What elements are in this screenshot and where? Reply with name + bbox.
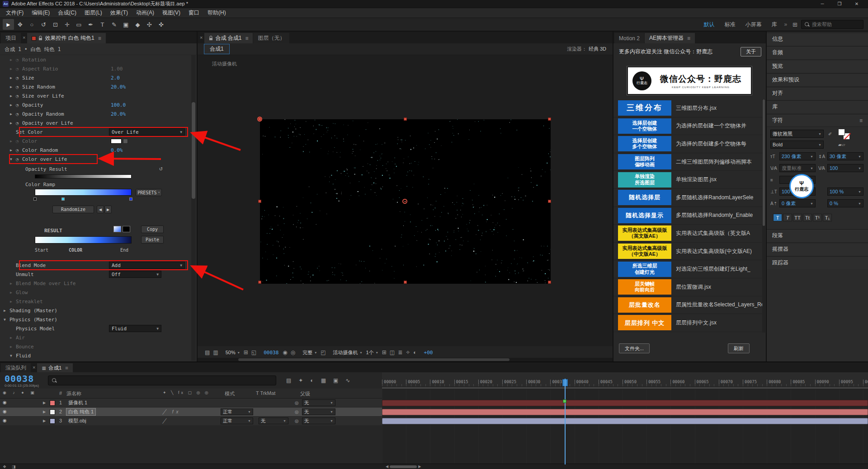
tab-composition[interactable]: 合成 合成1 ≡ (204, 33, 253, 43)
expander-icon[interactable]: ▶ (10, 121, 16, 125)
menu-item[interactable]: 视图(V) (158, 9, 184, 17)
expander-icon[interactable]: ▶ (10, 345, 16, 349)
script-run-button[interactable]: 选择层创建 多个空物体 (618, 136, 671, 151)
stopwatch-icon[interactable]: ◔ (16, 57, 22, 62)
expander-icon[interactable]: ▶ (10, 103, 16, 107)
copy-button[interactable]: Copy (141, 225, 164, 233)
stopwatch-icon[interactable]: ◔ (16, 84, 22, 89)
zoom-tool-icon[interactable]: ○ (26, 19, 38, 30)
take-snapshot-icon[interactable]: ◉ (283, 349, 287, 356)
handle-bottom-left[interactable] (258, 281, 261, 284)
frame-display[interactable]: 00038 (264, 350, 278, 356)
visibility-eye-icon[interactable]: ◉ (3, 409, 7, 414)
hand-tool-icon[interactable]: ✥ (14, 19, 26, 30)
current-time-indicator[interactable] (565, 379, 566, 464)
property-value[interactable]: 20.0% (111, 111, 126, 117)
composition-h-scrollbar[interactable] (198, 358, 613, 361)
faux-style-button[interactable]: Tt (803, 214, 812, 221)
result-gradient[interactable] (35, 236, 132, 244)
color-ramp-gradient[interactable] (35, 189, 132, 196)
sidebar-panel-header[interactable]: 摇摆器 (767, 243, 868, 255)
expander-icon[interactable]: ▼ (10, 157, 16, 161)
layer-mode-dropdown[interactable]: 正常▼ (221, 417, 253, 424)
randomize-button[interactable]: Randomize (52, 206, 94, 213)
effect-property-row[interactable]: ▶ ◔ Opacity Random 20.0% (0, 109, 193, 118)
result-gradient-thumb[interactable] (113, 226, 121, 232)
script-run-button[interactable]: 层批量改名 (618, 297, 671, 313)
handle-bottom-right[interactable] (548, 281, 551, 284)
parent-pickwhip-icon[interactable]: ◎ (295, 418, 299, 423)
current-time-display[interactable]: 00038 (5, 373, 48, 384)
tab-script-manager[interactable]: AE脚本管理器 ≡ (645, 33, 695, 43)
effect-property-row[interactable]: ▶ Air (0, 333, 193, 342)
stopwatch-icon[interactable]: ◔ (16, 157, 22, 162)
stopwatch-icon[interactable]: ◔ (16, 94, 22, 98)
effect-property-row[interactable]: ▼ Physics (Master) (0, 315, 193, 324)
property-value[interactable]: 2.0 (111, 75, 120, 81)
keyframe-marker[interactable] (563, 399, 566, 403)
close-button[interactable]: ✕ (848, 1, 865, 6)
effect-property-row[interactable]: ▶ Shading (Master) (0, 306, 193, 315)
layer-switches[interactable]: ╱ (163, 418, 168, 423)
folder-button[interactable]: 文件夹... (619, 343, 650, 353)
pixel-aspect-icon[interactable]: ≣ (398, 349, 402, 356)
layer-parent-dropdown[interactable]: 无▼ (302, 399, 335, 406)
panel-menu-icon[interactable]: ≡ (245, 35, 248, 42)
script-list-scrollbar[interactable] (762, 99, 765, 333)
motion-blur-icon[interactable]: ▣ (333, 377, 338, 384)
layer-switches[interactable]: ╱ fx (163, 409, 181, 414)
ramp-stop-mid[interactable] (61, 197, 65, 201)
pen-tool-icon[interactable]: ✒ (85, 19, 96, 30)
expander-icon[interactable]: ▼ (10, 354, 16, 358)
help-search-input[interactable] (812, 22, 857, 27)
sidebar-panel-header[interactable]: 音频 (767, 46, 868, 59)
tab-render-queue[interactable]: 渲染队列 (1, 363, 31, 372)
renderer-button[interactable]: 经典 3D (589, 46, 606, 52)
menu-item[interactable]: 效果(T) (106, 9, 132, 17)
help-search-box[interactable] (801, 20, 863, 29)
tsume-select[interactable]: 0 %▼ (827, 199, 863, 207)
close-tab-icon[interactable]: × (31, 365, 37, 370)
tracking-select[interactable]: 100▼ (827, 164, 863, 172)
hide-shy-layers-icon[interactable]: ◐ (310, 377, 313, 384)
handle-bottom-center[interactable] (404, 281, 407, 284)
effect-panel-scrollbar[interactable] (191, 55, 196, 361)
effect-property-row[interactable]: ▶ Blend Mode over Life (0, 279, 193, 288)
layer-row[interactable]: ◉ ▶ 3 模型.obj ╱ 正常▼ 无▼ ◎ 无▼ (0, 417, 382, 426)
menu-item[interactable]: 图层(L) (80, 9, 106, 17)
maximize-button[interactable]: ❐ (831, 1, 848, 6)
view-layout-select[interactable]: 1个▾ (366, 349, 378, 356)
toggle-modes-icon[interactable]: ◨ (9, 464, 19, 469)
timeline-zoom-scrollbar[interactable]: ◀ ▶ (386, 464, 421, 469)
panel-menu-icon[interactable]: ≡ (98, 35, 101, 42)
effect-property-row[interactable]: ▶ Bounce (0, 342, 193, 351)
layer-trkmat-dropdown[interactable]: 无▼ (259, 417, 288, 424)
faux-style-button[interactable]: T (773, 214, 782, 221)
opacity-result-gradient[interactable] (35, 174, 132, 178)
viewer-tab-comp1[interactable]: 合成1 (204, 44, 230, 54)
property-dropdown[interactable]: Fluid▼ (109, 325, 161, 332)
tab-timeline-comp1[interactable]: ▦ 合成1 ≡ (37, 363, 73, 372)
pan-camera-tool-icon[interactable]: ⊡ (50, 19, 61, 30)
toggle-switches-icon[interactable]: ❖ (0, 464, 9, 469)
layer-label-color[interactable] (50, 409, 55, 415)
panel-grid-icon[interactable]: ⊞ (790, 21, 800, 28)
layer-row[interactable]: ◉ ▶ 2 白色 纯色 1 ╱ fx 正常▼ ◎ 无▼ (0, 408, 382, 417)
minimize-button[interactable]: ─ (814, 1, 831, 6)
sidebar-panel-header[interactable]: 预览 (767, 60, 868, 72)
zoom-in-icon[interactable]: ▶ (418, 464, 421, 469)
panel-header-character[interactable]: 字符 ≡ (767, 114, 868, 127)
effect-property-row[interactable]: ▶ ◔ Size Random 20.0% (0, 82, 193, 91)
layer-expander-icon[interactable]: ▶ (43, 401, 46, 405)
property-value[interactable]: 1.00 (111, 66, 123, 72)
transparency-grid-icon[interactable]: ⊞ (382, 349, 387, 356)
resolution-select[interactable]: 完整▾ (302, 349, 316, 356)
always-preview-icon[interactable]: ▤ (205, 349, 210, 356)
column-mode[interactable]: 模式 (225, 390, 235, 397)
track-area[interactable]: 0000000005000100001500020000250003000035… (382, 372, 868, 464)
script-run-button[interactable]: 单独渲染 所选图层 (618, 172, 671, 188)
effect-property-row[interactable]: Unmult Off▼ (0, 270, 193, 279)
camera-point-of-interest[interactable] (257, 117, 262, 122)
pan-behind-tool-icon[interactable]: ✛ (61, 19, 73, 30)
property-value[interactable]: 0.0% (111, 147, 123, 153)
